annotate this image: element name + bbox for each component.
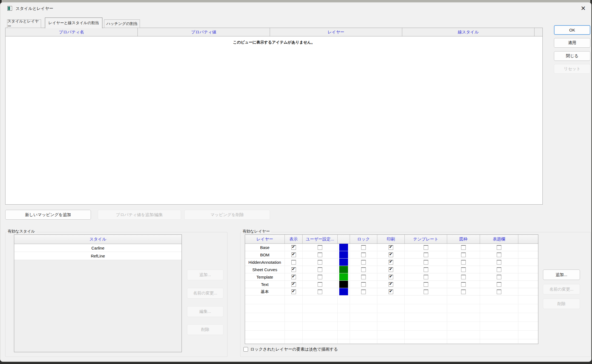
layer-row[interactable]: Template bbox=[245, 273, 538, 281]
layer-visible-checkbox[interactable] bbox=[291, 267, 296, 272]
layers-column-header[interactable]: 表示 bbox=[285, 235, 303, 243]
layer-frame-checkbox[interactable] bbox=[461, 245, 466, 250]
ok-button[interactable]: OK bbox=[554, 25, 590, 35]
layer-user-setting-checkbox[interactable] bbox=[318, 253, 322, 257]
layer-title-block-checkbox[interactable] bbox=[497, 260, 501, 265]
styles-column-header[interactable]: スタイル bbox=[14, 235, 182, 244]
layers-column-header[interactable]: ユーザー設定... bbox=[303, 235, 338, 243]
layer-color-swatch[interactable] bbox=[339, 266, 348, 273]
layer-template-checkbox[interactable] bbox=[424, 282, 428, 287]
layer-color-swatch[interactable] bbox=[339, 273, 348, 280]
layer-row[interactable]: BOM bbox=[245, 251, 538, 259]
layer-user-setting-checkbox[interactable] bbox=[318, 260, 322, 265]
column-header-linestyle[interactable]: 線スタイル bbox=[402, 28, 534, 36]
layer-title-block-checkbox[interactable] bbox=[497, 267, 501, 272]
column-header-layer[interactable]: レイヤー bbox=[270, 28, 402, 36]
locked-layers-dim-checkbox[interactable] bbox=[243, 347, 248, 352]
layer-title-block-checkbox[interactable] bbox=[497, 275, 501, 279]
layer-row[interactable]: Text bbox=[245, 281, 538, 288]
layer-color-swatch[interactable] bbox=[339, 251, 348, 258]
layer-lock-checkbox[interactable] bbox=[361, 253, 366, 257]
layer-frame-checkbox[interactable] bbox=[461, 290, 466, 294]
layers-column-header[interactable]: 図枠 bbox=[447, 235, 480, 243]
layer-user-setting-cell bbox=[303, 273, 338, 280]
layer-print-checkbox[interactable] bbox=[389, 275, 393, 279]
layers-column-header[interactable]: 表題欄 bbox=[480, 235, 518, 243]
layer-user-setting-checkbox[interactable] bbox=[318, 267, 322, 272]
close-icon[interactable]: ✕ bbox=[577, 4, 589, 13]
layer-user-setting-checkbox[interactable] bbox=[318, 245, 322, 250]
layer-empty-row bbox=[245, 304, 538, 313]
layer-print-checkbox[interactable] bbox=[389, 282, 393, 287]
layer-lock-checkbox[interactable] bbox=[361, 290, 366, 294]
layer-lock-checkbox[interactable] bbox=[361, 260, 366, 265]
layer-row[interactable]: Base bbox=[245, 244, 538, 251]
layer-lock-checkbox[interactable] bbox=[361, 245, 366, 250]
style-row[interactable]: RefLine bbox=[14, 252, 182, 260]
layer-frame-checkbox[interactable] bbox=[461, 267, 466, 272]
style-row[interactable]: Carline bbox=[14, 244, 182, 252]
layer-frame-checkbox[interactable] bbox=[461, 275, 466, 279]
tab-layer-linestyle-assignment[interactable]: レイヤーと線スタイルの割当 bbox=[45, 18, 102, 28]
layer-visible-checkbox[interactable] bbox=[291, 260, 296, 265]
layer-user-setting-cell bbox=[303, 288, 338, 295]
close-button[interactable]: 閉じる bbox=[554, 51, 590, 61]
layer-print-checkbox[interactable] bbox=[389, 260, 393, 265]
layer-lock-checkbox[interactable] bbox=[361, 282, 366, 287]
layer-template-checkbox[interactable] bbox=[424, 275, 428, 279]
layer-color-swatch[interactable] bbox=[339, 244, 348, 251]
apply-button[interactable]: 適用 bbox=[554, 38, 590, 48]
layer-print-checkbox[interactable] bbox=[389, 290, 393, 294]
layer-user-setting-checkbox[interactable] bbox=[318, 290, 322, 294]
layer-color-swatch[interactable] bbox=[339, 288, 348, 295]
column-header-property-name[interactable]: プロパティ名 bbox=[5, 28, 138, 36]
layer-row-stub bbox=[518, 251, 538, 258]
layer-template-checkbox[interactable] bbox=[424, 260, 428, 265]
layer-template-checkbox[interactable] bbox=[424, 253, 428, 257]
layer-add-button[interactable]: 追加... bbox=[543, 270, 580, 280]
layer-lock-checkbox[interactable] bbox=[361, 275, 366, 279]
column-header-property-value[interactable]: プロパティ値 bbox=[138, 28, 270, 36]
layer-row[interactable]: Sheet Curves bbox=[245, 266, 538, 273]
layer-visible-checkbox[interactable] bbox=[291, 275, 296, 279]
tab-hatching-assignment[interactable]: ハッチングの割当 bbox=[104, 19, 140, 28]
layer-print-checkbox[interactable] bbox=[389, 245, 393, 250]
layer-frame-checkbox[interactable] bbox=[461, 260, 466, 265]
layer-title-block-checkbox[interactable] bbox=[497, 253, 501, 257]
add-edit-property-value-button: プロパティ値を追加/編集 bbox=[98, 210, 181, 220]
layers-column-header[interactable]: レイヤー bbox=[245, 235, 285, 243]
layer-visible-checkbox[interactable] bbox=[291, 282, 296, 287]
layer-title-block-checkbox[interactable] bbox=[497, 282, 501, 287]
layer-visible-checkbox[interactable] bbox=[291, 245, 296, 250]
layer-empty-row bbox=[245, 313, 538, 322]
layer-frame-checkbox[interactable] bbox=[461, 253, 466, 257]
tab-styles-and-layers[interactable]: スタイルとレイヤー bbox=[7, 19, 41, 28]
layer-template-checkbox[interactable] bbox=[424, 267, 428, 272]
layer-print-checkbox[interactable] bbox=[389, 253, 393, 257]
layer-user-setting-checkbox[interactable] bbox=[318, 275, 322, 279]
layer-title-block-cell bbox=[480, 266, 518, 273]
layer-visible-checkbox[interactable] bbox=[291, 253, 296, 257]
layers-column-header[interactable]: ロック bbox=[350, 235, 377, 243]
layer-lock-checkbox[interactable] bbox=[361, 267, 366, 272]
layer-name: BOM bbox=[245, 251, 285, 258]
layer-color-cell bbox=[338, 266, 350, 273]
layer-print-checkbox[interactable] bbox=[389, 267, 393, 272]
styles-group-title: 有効なスタイル bbox=[6, 229, 36, 234]
layer-frame-checkbox[interactable] bbox=[461, 282, 466, 287]
layer-row[interactable]: HiddenAnnotation bbox=[245, 259, 538, 266]
layer-template-checkbox[interactable] bbox=[424, 245, 428, 250]
layer-print-cell bbox=[377, 266, 405, 273]
layer-row[interactable]: 基本 bbox=[245, 288, 538, 296]
layer-color-swatch[interactable] bbox=[339, 281, 348, 288]
layer-title-block-checkbox[interactable] bbox=[497, 290, 501, 294]
add-mapping-button[interactable]: 新しいマッピングを追加 bbox=[5, 210, 91, 220]
layer-color-swatch[interactable] bbox=[339, 259, 348, 266]
layers-column-header[interactable] bbox=[338, 235, 350, 243]
layer-user-setting-checkbox[interactable] bbox=[318, 282, 322, 287]
layer-visible-checkbox[interactable] bbox=[291, 290, 296, 294]
layers-column-header[interactable]: 印刷 bbox=[377, 235, 405, 243]
layer-template-checkbox[interactable] bbox=[424, 290, 428, 294]
layer-title-block-checkbox[interactable] bbox=[497, 245, 501, 250]
layers-column-header[interactable]: テンプレート bbox=[405, 235, 447, 243]
